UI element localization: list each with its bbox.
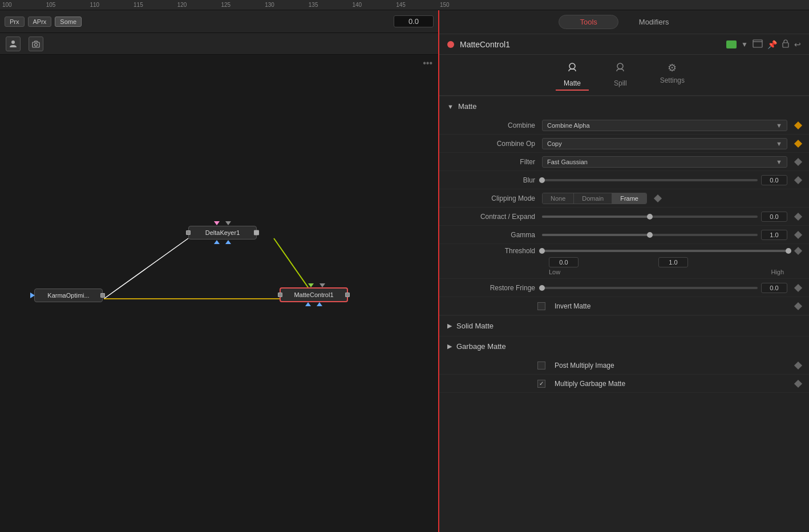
contract-expand-slider[interactable] xyxy=(542,216,758,218)
threshold-slider[interactable] xyxy=(542,250,788,252)
gamma-slider[interactable] xyxy=(542,234,758,236)
combine-op-diamond[interactable] xyxy=(794,139,802,147)
restore-fringe-controls: 0.0 xyxy=(542,283,801,293)
color-badge[interactable] xyxy=(726,40,737,48)
matte-tab[interactable]: Matte xyxy=(556,59,589,91)
contract-expand-diamond[interactable] xyxy=(794,212,802,220)
settings-tab-label: Settings xyxy=(660,76,685,84)
threshold-high-value[interactable]: 1.0 xyxy=(658,257,688,267)
filter-dd-arrow: ▼ xyxy=(776,159,782,165)
filter-dropdown[interactable]: Fast Gaussian ▼ xyxy=(542,156,787,168)
combine-op-label: Combine Op xyxy=(451,140,542,148)
tools-tab[interactable]: Tools xyxy=(559,15,618,29)
spill-tab-label: Spill xyxy=(614,79,627,87)
post-multiply-checkbox[interactable] xyxy=(537,362,545,369)
contract-expand-value[interactable]: 0.0 xyxy=(761,212,787,222)
clipping-buttons: None Domain Frame xyxy=(542,193,647,204)
gamma-row: Gamma 1.0 xyxy=(439,226,809,244)
multiply-garbage-diamond[interactable] xyxy=(794,379,802,387)
color-chevron-icon[interactable]: ▼ xyxy=(741,40,748,48)
person-icon[interactable] xyxy=(6,36,21,51)
window-icon[interactable] xyxy=(753,39,763,50)
camera-icon[interactable] xyxy=(29,36,43,51)
threshold-diamond[interactable] xyxy=(794,247,802,255)
restore-fringe-slider[interactable] xyxy=(542,287,758,289)
clipping-diamond[interactable] xyxy=(654,194,662,202)
clipping-mode-row: Clipping Mode None Domain Frame xyxy=(439,189,809,208)
lock-icon[interactable] xyxy=(782,39,790,50)
matte-tab-icon xyxy=(566,62,579,77)
multiply-garbage-controls: Multiply Garbage Matte xyxy=(537,380,801,388)
delta-input-port[interactable] xyxy=(186,230,191,235)
node-toolbar: Prx APrx Some 0.0 xyxy=(0,10,438,33)
solid-matte-section-header[interactable]: ▶ Solid Matte xyxy=(439,315,809,336)
svg-point-9 xyxy=(569,63,575,69)
gamma-value[interactable]: 1.0 xyxy=(761,230,787,240)
matte-input-port[interactable] xyxy=(278,293,282,297)
clipping-frame-btn[interactable]: Frame xyxy=(612,193,646,204)
contract-expand-label: Contract / Expand xyxy=(451,213,542,221)
modifiers-tab[interactable]: Modifiers xyxy=(618,15,690,29)
canvas-menu[interactable]: ••• xyxy=(417,55,438,72)
delta-node[interactable]: DeltaKeyer1 xyxy=(188,226,257,239)
threshold-low-value[interactable]: 0.0 xyxy=(549,257,579,267)
clipping-domain-btn[interactable]: Domain xyxy=(574,193,612,204)
svg-point-10 xyxy=(617,63,623,69)
some-button[interactable]: Some xyxy=(55,17,82,27)
matte-tab-label: Matte xyxy=(564,79,581,87)
karma-node[interactable]: KarmaOptimi... xyxy=(34,289,103,302)
svg-point-2 xyxy=(35,43,38,46)
restore-fringe-value[interactable]: 0.0 xyxy=(761,283,787,293)
timecode-display[interactable]: 0.0 xyxy=(394,15,434,27)
blur-slider[interactable] xyxy=(542,179,758,181)
node-canvas[interactable]: ••• KarmaOptimi... xyxy=(0,55,438,532)
gamma-diamond[interactable] xyxy=(794,230,802,238)
node-title-name: MatteControl1 xyxy=(460,40,721,49)
combine-op-dropdown[interactable]: Copy ▼ xyxy=(542,138,787,149)
params-area[interactable]: ▼ Matte Combine Combine Alpha ▼ Combine … xyxy=(439,96,809,532)
aprx-button[interactable]: APrx xyxy=(28,17,52,27)
prx-button[interactable]: Prx xyxy=(5,17,25,27)
blur-diamond[interactable] xyxy=(794,176,802,184)
settings-tab[interactable]: ⚙ Settings xyxy=(652,59,693,91)
combine-op-value: Copy xyxy=(547,140,562,147)
right-panel: Tools Modifiers MatteControl1 ▼ 📌 xyxy=(439,10,809,532)
invert-matte-checkbox[interactable] xyxy=(537,302,545,310)
combine-diamond[interactable] xyxy=(794,121,802,129)
svg-rect-1 xyxy=(33,42,39,47)
matte-node-label: MatteControl1 xyxy=(294,291,333,298)
gamma-label: Gamma xyxy=(451,231,542,239)
title-icons: ▼ 📌 ↩ xyxy=(726,39,801,50)
solid-matte-section-title: Solid Matte xyxy=(456,322,494,330)
spill-tab[interactable]: Spill xyxy=(606,59,635,91)
karma-output-port[interactable] xyxy=(100,293,105,298)
matte-section-header[interactable]: ▼ Matte xyxy=(439,96,809,116)
blur-value[interactable]: 0.0 xyxy=(761,175,787,185)
svg-line-5 xyxy=(274,238,308,287)
restore-fringe-diamond[interactable] xyxy=(794,283,802,291)
restore-fringe-slider-container: 0.0 xyxy=(542,283,787,293)
clipping-none-btn[interactable]: None xyxy=(543,193,574,204)
combine-dd-arrow: ▼ xyxy=(776,122,782,129)
restore-fringe-row: Restore Fringe 0.0 xyxy=(439,279,809,297)
contract-expand-controls: 0.0 xyxy=(542,212,801,222)
delta-output-port[interactable] xyxy=(254,230,259,235)
matte-output-port[interactable] xyxy=(345,293,350,297)
contract-expand-row: Contract / Expand 0.0 xyxy=(439,208,809,226)
threshold-high-thumb[interactable] xyxy=(786,248,791,254)
svg-rect-6 xyxy=(753,40,762,47)
svg-rect-8 xyxy=(783,43,788,47)
matte-node[interactable]: MatteControl1 xyxy=(280,287,348,302)
garbage-matte-section-title: Garbage Matte xyxy=(456,342,506,351)
multiply-garbage-checkbox[interactable] xyxy=(537,380,545,388)
garbage-matte-section-header[interactable]: ▶ Garbage Matte xyxy=(439,336,809,356)
combine-dropdown[interactable]: Combine Alpha ▼ xyxy=(542,120,787,131)
blur-row: Blur 0.0 xyxy=(439,171,809,189)
undo-icon[interactable]: ↩ xyxy=(794,40,801,49)
threshold-low-thumb[interactable] xyxy=(539,248,545,254)
post-multiply-diamond[interactable] xyxy=(794,361,802,369)
pin-icon[interactable]: 📌 xyxy=(767,40,777,49)
filter-diamond[interactable] xyxy=(794,157,802,165)
multiply-garbage-row: Multiply Garbage Matte xyxy=(439,375,809,393)
invert-matte-diamond[interactable] xyxy=(794,302,802,310)
